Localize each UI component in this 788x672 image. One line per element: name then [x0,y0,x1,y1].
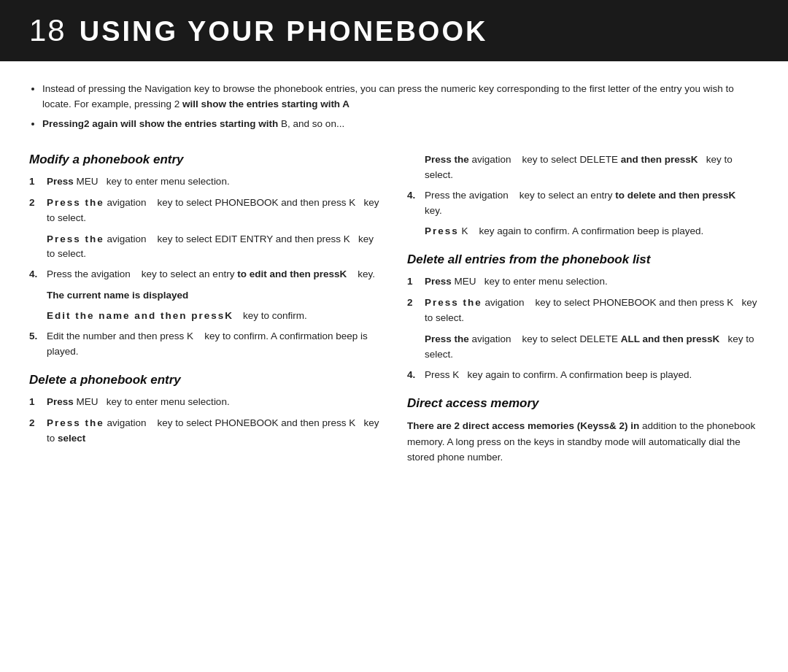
step-num: 5. [29,329,41,344]
delete-entry-step4-list: 4. Press the avigation key to select an … [407,188,759,219]
step-num: 1 [29,395,41,410]
modify-substep-edit: Press the avigation key to select EDIT E… [47,232,381,263]
step-content: Press K key again to confirm. A confirma… [425,368,759,383]
intro-bullet-1: Instead of pressing the Navigation key t… [42,82,759,112]
step-content: Press MEU key to enter menu selection. [425,274,759,290]
intro-bullets: Instead of pressing the Navigation key t… [29,82,759,136]
modify-substep-current-name: The current name is displayed [47,288,381,304]
step-num: 1 [29,174,41,190]
modify-step-1: 1 Press MEU key to enter menu selection. [29,174,381,190]
modify-step-2: 2 Press the avigation key to select PHON… [29,196,381,226]
page-content: Instead of pressing the Navigation key t… [0,61,788,486]
step-num: 2 [29,416,41,431]
modify-step-4: 4. Press the avigation key to select an … [29,267,381,282]
delete-all-step-1: 1 Press MEU key to enter menu selection. [407,274,759,290]
delete-entry-step-4: 4. Press the avigation key to select an … [407,188,759,219]
step-num: 4. [29,267,41,282]
delete-all-steps: 1 Press MEU key to enter menu selection.… [407,274,759,326]
delete-all-title: Delete all entries from the phonebook li… [407,252,759,267]
page-title: USING YOUR PHONEBOOK [80,16,488,47]
step-content: Press the avigation key to select an ent… [425,188,759,219]
delete-entry-title: Delete a phonebook entry [29,373,381,387]
delete-all-step4-list: 4. Press K key again to confirm. A confi… [407,368,759,383]
step-num: 4. [407,188,419,204]
step-content: Press MEU key to enter menu selection. [47,174,381,190]
delete-all-section: Delete all entries from the phonebook li… [407,252,759,383]
two-col-layout: Modify a phonebook entry 1 Press MEU key… [29,152,759,466]
modify-steps-continued: 4. Press the avigation key to select an … [29,267,381,282]
modify-title: Modify a phonebook entry [29,152,381,167]
col-right: Press the avigation key to select DELETE… [407,152,759,466]
delete-entry-step-1: 1 Press MEU key to enter menu selection. [29,395,381,410]
modify-step-5: 5. Edit the number and then press K key … [29,329,381,360]
delete-substep-confirm: Press K key again to confirm. A confirma… [425,224,759,239]
step-content: Press MEU key to enter menu selection. [47,395,381,410]
col-left: Modify a phonebook entry 1 Press MEU key… [29,152,381,466]
step-num: 1 [407,274,419,290]
delete-all-step-2: 2 Press the avigation key to select PHON… [407,296,759,326]
delete-entry-steps: 1 Press MEU key to enter menu selection.… [29,395,381,447]
delete-all-step-4: 4. Press K key again to confirm. A confi… [407,368,759,383]
delete-substep-select-delete: Press the avigation key to select DELETE… [425,152,759,183]
modify-steps: 1 Press MEU key to enter menu selection.… [29,174,381,226]
delete-entry-section: Delete a phonebook entry 1 Press MEU key… [29,373,381,447]
delete-all-substep: Press the avigation key to select DELETE… [425,332,759,363]
direct-access-section: Direct access memory There are 2 direct … [407,396,759,466]
modify-section: Modify a phonebook entry 1 Press MEU key… [29,152,381,360]
step-num: 2 [29,196,41,211]
intro-bullet-2: Pressing2 again will show the entries st… [42,117,759,132]
step-content: Press the avigation key to select PHONEB… [47,196,381,226]
modify-step-5-list: 5. Edit the number and then press K key … [29,329,381,360]
step-content: Press the avigation key to select PHONEB… [425,296,759,326]
delete-entry-right-continuation: Press the avigation key to select DELETE… [407,152,759,240]
direct-access-title: Direct access memory [407,396,759,411]
step-content: Press the avigation key to select PHONEB… [47,416,381,447]
direct-access-text: There are 2 direct access memories (Keys… [407,418,759,466]
page-number: 18 [29,13,66,48]
step-content: Edit the number and then press K key to … [47,329,381,360]
page-header: 18 USING YOUR PHONEBOOK [0,0,788,61]
modify-substep-edit-name: Edit the name and then pressK key to con… [47,309,381,324]
delete-entry-step-2: 2 Press the avigation key to select PHON… [29,416,381,447]
step-num: 2 [407,296,419,311]
step-num: 4. [407,368,419,383]
step-content: Press the avigation key to select an ent… [47,267,381,282]
